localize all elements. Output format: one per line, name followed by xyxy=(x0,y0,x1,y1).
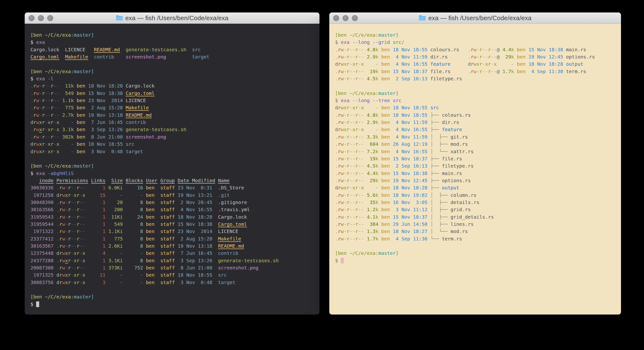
terminal-line: [ben ~/C/e/exa:master] xyxy=(30,293,320,300)
terminal-line: drwxr-xr-x - ben 7 Jun 16:45 contrib xyxy=(30,119,320,126)
terminal-line: 30083756 drwxr-xr-x 3 - - ben staff 3 No… xyxy=(30,279,320,286)
terminal-line: 31959544 .rw-r--r-- 1 549 8 ben staff 15… xyxy=(30,220,320,228)
terminal-line xyxy=(335,82,621,90)
terminal-line: .rw-r--r-- 549 ben 15 Nov 18:38 Cargo.to… xyxy=(30,90,320,97)
terminal-screen-left[interactable]: [ben ~/C/e/exa:master]$ exaCargo.lock LI… xyxy=(25,24,320,314)
titlebar[interactable]: exa — fish /Users/ben/Code/exa/exa xyxy=(25,12,320,24)
terminal-line: $ exa -l xyxy=(30,75,320,82)
terminal-line: .rwxr-xr-x 3.1k ben 3 Sep 13:26 generate… xyxy=(30,126,320,133)
terminal-line: 1971325 drwxr-xr-x 11 - - ben staff 18 N… xyxy=(30,271,320,278)
terminal-line: .rw-r--r-- 1.3k ben 18 Nov 18:27 │ └── m… xyxy=(335,228,621,235)
terminal-line: 20087308 .rw-r--r-- 1 373Ki 752 ben staf… xyxy=(30,264,320,271)
terminal-line: $ exa --long --tree src xyxy=(335,97,621,104)
terminal-line: .rw-r--r-- 3.3k ben 4 Nov 11:59 │ ├── gi… xyxy=(335,133,621,140)
terminal-line: .rw-r--r-- 4.8k ben 18 Nov 18:55 ├── col… xyxy=(335,112,621,119)
terminal-line: Cargo.toml Makefile contrib screenshot.p… xyxy=(30,53,320,60)
traffic-lights xyxy=(28,12,53,24)
terminal-line: $ █ xyxy=(30,300,320,308)
terminal-line: 30163566 .rw-r--r-- 1 200 8 ben staff 4 … xyxy=(30,206,320,213)
terminal-line: .rw-r--r-- 604 ben 26 Aug 12:19 │ ├── mo… xyxy=(335,140,621,148)
terminal-line: 31959543 .rw-r--r-- 1 11Ki 24 ben staff … xyxy=(30,213,320,220)
terminal-line: .rw-r--r-- 2.9k ben 4 Nov 11:59 dir.rs .… xyxy=(335,53,621,60)
terminal-window-dark: exa — fish /Users/ben/Code/exa/exa [ben … xyxy=(25,12,320,314)
minimize-button-icon[interactable] xyxy=(342,15,348,21)
terminal-line: drwxr-xr-x - ben 3 Nov 0:48 target xyxy=(30,148,320,155)
terminal-line: drwxr-xr-x - ben 18 Nov 18:28 ├── output xyxy=(335,184,621,191)
terminal-line: .rw-r--r-- 775 ben 2 Aug 15:28 Makefile xyxy=(30,104,320,111)
folder-icon xyxy=(116,14,123,22)
terminal-line: 1971322 .rw-r--r-- 1 1.1Ki 8 ben staff 2… xyxy=(30,228,320,235)
terminal-line: [ben ~/C/e/exa:master] xyxy=(335,90,621,97)
terminal-line: 30163567 .rw-r--r-- 1 2.6Ki 8 ben staff … xyxy=(30,242,320,250)
terminal-line: .rw-r--r-- 1.7k ben 4 Sep 11:30 └── term… xyxy=(335,235,621,242)
terminal-line: 30030336 .rw-r--r-- 1 6.0Ki 16 ben staff… xyxy=(30,184,320,191)
terminal-line: .rw-r--r-- 7.2k ben 4 Nov 16:55 │ └── xa… xyxy=(335,148,621,155)
terminal-line xyxy=(30,155,320,162)
terminal-line: .rw-r--r-- 384 ben 29 Jun 14:50 │ ├── li… xyxy=(335,220,621,228)
terminal-line: Cargo.lock LICENCE README.md generate-te… xyxy=(30,46,320,53)
terminal-line: .rw-r--r-- 1.2k ben 3 Nov 11:12 │ ├── gr… xyxy=(335,206,621,213)
terminal-line: .rw-r--r-- 1.1k ben 23 Nov 2014 LICENCE xyxy=(30,97,320,104)
terminal-line xyxy=(30,286,320,293)
folder-icon xyxy=(419,14,426,22)
terminal-line: .rw-r--r-- 5.6k ben 18 Nov 19:02 │ ├── c… xyxy=(335,192,621,199)
terminal-line: .rw-r--r-- 29k ben 19 Nov 12:45 ├── opti… xyxy=(335,177,621,184)
terminal-line: inode Permissions Links Size Blocks User… xyxy=(30,177,320,184)
terminal-line: $ exa --long --grid src/ xyxy=(335,38,621,46)
close-button-icon[interactable] xyxy=(28,15,34,21)
terminal-line: .rw-r--r-- 4.5k ben 2 Sep 16:13 ├── file… xyxy=(335,162,621,170)
zoom-button-icon[interactable] xyxy=(352,15,358,21)
window-title: exa — fish /Users/ben/Code/exa/exa xyxy=(428,14,531,22)
terminal-line xyxy=(30,60,320,68)
titlebar[interactable]: exa — fish /Users/ben/Code/exa/exa xyxy=(329,12,621,24)
terminal-line: .rw-r--r-- 2.9k ben 4 Nov 11:59 ├── dir.… xyxy=(335,119,621,126)
terminal-line: 12375448 drwxr-xr-x 4 - - ben staff 7 Ju… xyxy=(30,250,320,257)
terminal-line: [ben ~/C/e/exa:master] xyxy=(30,32,320,38)
terminal-line: $ exa -abghHliS xyxy=(30,170,320,177)
terminal-line: 1971258 drwxr-xr-x 15 - - ben staff 19 N… xyxy=(30,192,320,199)
terminal-line: .rw-r--r-- 19k ben 15 Nov 18:37 file.rs … xyxy=(335,68,621,75)
terminal-line: .rw-r--r-- 19k ben 15 Nov 18:37 ├── file… xyxy=(335,155,621,162)
terminal-line: drwxr-xr-x - ben 18 Nov 18:55 src xyxy=(335,104,621,111)
terminal-line: drwxr-xr-x - ben 4 Nov 16:55 ├── feature xyxy=(335,126,621,133)
terminal-screen-right[interactable]: [ben ~/C/e/exa:master]$ exa --long --gri… xyxy=(329,24,621,314)
terminal-line: [ben ~/C/e/exa:master] xyxy=(30,162,320,170)
terminal-line: [ben ~/C/e/exa:master] xyxy=(335,250,621,257)
terminal-line: .rw-r--r-- 4.5k ben 2 Sep 16:13 filetype… xyxy=(335,75,621,82)
zoom-button-icon[interactable] xyxy=(47,15,53,21)
terminal-window-light: exa — fish /Users/ben/Code/exa/exa [ben … xyxy=(329,12,621,314)
terminal-line: $ █ xyxy=(335,257,621,264)
terminal-line: 24377288 .rwxr-xr-x 1 3.1Ki 8 ben staff … xyxy=(30,257,320,264)
desktop: { "windows": { "left": { "title": "exa —… xyxy=(0,0,644,350)
traffic-lights xyxy=(333,12,358,24)
terminal-line xyxy=(335,242,621,250)
terminal-line: $ exa xyxy=(30,38,320,46)
terminal-line: 23377412 .rw-r--r-- 1 775 8 ben staff 2 … xyxy=(30,235,320,242)
close-button-icon[interactable] xyxy=(333,15,339,21)
terminal-line: .rw-r--r-- 11k ben 18 Nov 18:28 Cargo.lo… xyxy=(30,82,320,90)
minimize-button-icon[interactable] xyxy=(38,15,44,21)
terminal-line: [ben ~/C/e/exa:master] xyxy=(30,68,320,75)
terminal-line: 30048390 .rw-r--r-- 1 20 8 ben staff 2 N… xyxy=(30,199,320,206)
terminal-line: .rw-r--r-- 4.1k ben 15 Nov 18:37 │ ├── g… xyxy=(335,213,621,220)
terminal-line: .rw-r--r-- 2.7k ben 19 Nov 13:18 README.… xyxy=(30,112,320,119)
terminal-line: .rw-r--r-- 4.4k ben 15 Nov 18:38 ├── mai… xyxy=(335,170,621,177)
terminal-line: [ben ~/C/e/exa:master] xyxy=(335,32,621,38)
terminal-line: .rw-r--r-- 35k ben 16 Nov 3:05 │ ├── det… xyxy=(335,199,621,206)
window-title: exa — fish /Users/ben/Code/exa/exa xyxy=(125,14,228,22)
terminal-line: drwxr-xr-x - ben 4 Nov 16:55 feature drw… xyxy=(335,60,621,68)
terminal-line: drwxr-xr-x - ben 18 Nov 18:55 src xyxy=(30,140,320,148)
terminal-line: .rw-r--r-- 4.8k ben 18 Nov 18:55 colours… xyxy=(335,46,621,53)
terminal-line: .rw-r--r-- 382k ben 8 Jun 21:00 screensh… xyxy=(30,133,320,140)
